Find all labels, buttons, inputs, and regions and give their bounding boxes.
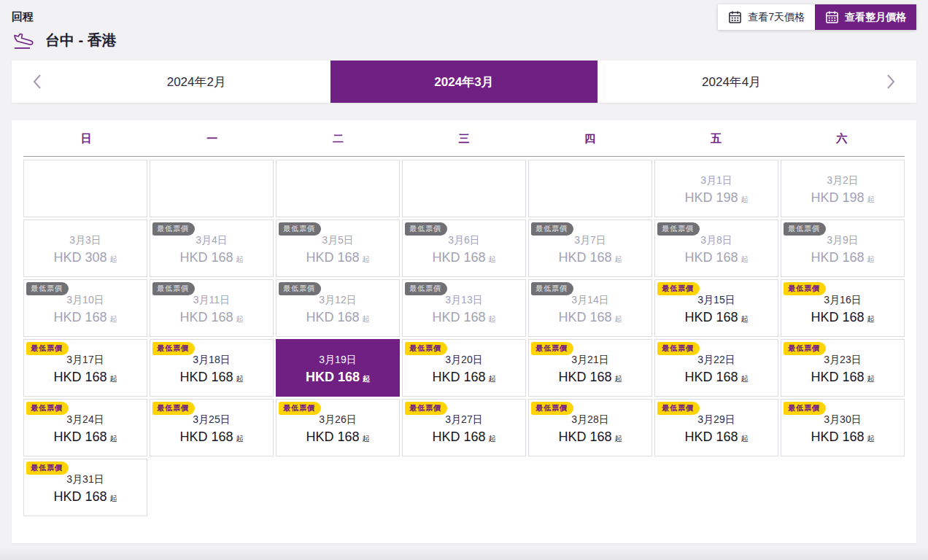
lowest-fare-badge: 最低票價: [405, 222, 447, 236]
price-suffix: 起: [615, 435, 622, 443]
tab-month-current[interactable]: 2024年3月: [330, 61, 598, 103]
price-suffix: 起: [867, 315, 875, 323]
day-price: HKD 168起: [811, 428, 874, 448]
day-date: 3月5日: [322, 233, 354, 247]
calendar-empty-cell: [23, 160, 147, 217]
calendar-day-cell[interactable]: 最低票價3月29日HKD 168起: [654, 399, 778, 456]
calendar-blank: [402, 459, 526, 516]
weekday-header: 日一二三四五六: [23, 132, 905, 157]
route-row: 台中 - 香港: [12, 31, 916, 50]
calendar-blank: [781, 459, 905, 516]
day-date: 3月17日: [66, 352, 104, 367]
lowest-fare-badge: 最低票價: [405, 342, 447, 355]
lowest-fare-badge: 最低票價: [26, 282, 69, 295]
calendar-day-cell[interactable]: 最低票價3月15日HKD 168起: [654, 279, 778, 337]
prev-month-chevron[interactable]: [12, 61, 63, 103]
day-price: HKD 168起: [53, 308, 117, 328]
calendar-empty-cell: [276, 160, 400, 217]
calendar-day-cell[interactable]: 最低票價3月28日HKD 168起: [528, 399, 652, 456]
day-date: 3月21日: [571, 352, 608, 367]
day-date: 3月26日: [319, 412, 356, 427]
calendar-day-cell[interactable]: 最低票價3月17日HKD 168起: [23, 339, 147, 397]
calendar-day-cell[interactable]: 最低票價3月30日HKD 168起: [781, 399, 905, 456]
calendar-day-cell[interactable]: 最低票價3月20日HKD 168起: [402, 339, 526, 397]
calendar-day-cell[interactable]: 最低票價3月24日HKD 168起: [23, 399, 147, 456]
day-price: HKD 168起: [684, 249, 748, 268]
price-suffix: 起: [110, 315, 117, 323]
calendar-day-cell: 最低票價3月6日HKD 168起: [402, 219, 526, 277]
price-suffix: 起: [867, 435, 875, 443]
page-header: 回程 台中 - 香港 查看7天價格: [0, 0, 928, 50]
calendar-day-cell[interactable]: 最低票價3月23日HKD 168起: [781, 339, 905, 397]
calendar-day-cell: 3月2日HKD 198起: [781, 160, 905, 217]
day-date: 3月30日: [824, 412, 861, 427]
lowest-fare-badge: 最低票價: [657, 402, 700, 415]
price-suffix: 起: [363, 255, 370, 263]
calendar-grid: 3月1日HKD 198起3月2日HKD 198起3月3日HKD 308起最低票價…: [23, 160, 905, 516]
price-suffix: 起: [489, 435, 496, 443]
weekday-label-2: 二: [275, 132, 401, 146]
day-date: 3月24日: [66, 412, 104, 427]
day-date: 3月31日: [66, 472, 104, 486]
lowest-fare-badge: 最低票價: [152, 222, 195, 236]
day-date: 3月15日: [697, 292, 735, 307]
day-price: HKD 168起: [432, 308, 495, 328]
calendar-blank: [528, 459, 652, 516]
calendar-day-cell: 最低票價3月4日HKD 168起: [150, 219, 274, 277]
day-price: HKD 168起: [684, 308, 748, 328]
price-suffix: 起: [489, 375, 496, 383]
fare-calendar: 日一二三四五六 3月1日HKD 198起3月2日HKD 198起3月3日HKD …: [12, 120, 916, 543]
calendar-blank: [276, 459, 400, 516]
day-price: HKD 168起: [684, 428, 748, 448]
lowest-fare-badge: 最低票價: [784, 402, 826, 415]
day-price: HKD 168起: [432, 249, 495, 268]
day-date: 3月3日: [69, 233, 101, 247]
day-price: HKD 168起: [558, 368, 622, 388]
day-date: 3月23日: [824, 352, 861, 367]
calendar-day-cell[interactable]: 最低票價3月18日HKD 168起: [150, 339, 274, 397]
calendar-day-cell[interactable]: 最低票價3月21日HKD 168起: [528, 339, 652, 397]
calendar-day-cell[interactable]: 最低票價3月31日HKD 168起: [23, 459, 147, 516]
calendar-day-cell[interactable]: 最低票價3月27日HKD 168起: [402, 399, 526, 456]
tab-month-prev[interactable]: 2024年2月: [63, 61, 330, 103]
price-suffix: 起: [741, 435, 749, 443]
calendar-day-cell[interactable]: 3月19日HKD 168起: [276, 339, 400, 397]
next-month-chevron[interactable]: [865, 61, 916, 103]
day-price: HKD 168起: [179, 308, 243, 328]
lowest-fare-badge: 最低票價: [531, 282, 573, 295]
day-date: 3月2日: [827, 173, 859, 187]
day-date: 3月20日: [445, 352, 482, 367]
calendar-day-cell[interactable]: 最低票價3月26日HKD 168起: [276, 399, 400, 456]
day-date: 3月29日: [697, 412, 735, 427]
month-selector: 2024年2月 2024年3月 2024年4月: [12, 61, 916, 103]
day-date: 3月18日: [193, 352, 230, 367]
day-price: HKD 168起: [432, 368, 495, 388]
view-7day-button[interactable]: 查看7天價格: [718, 4, 815, 30]
calendar-day-cell[interactable]: 最低票價3月25日HKD 168起: [150, 399, 274, 456]
calendar-day-cell: 最低票價3月7日HKD 168起: [528, 219, 652, 277]
price-suffix: 起: [110, 255, 117, 263]
day-price: HKD 168起: [53, 428, 117, 448]
day-date: 3月7日: [574, 233, 606, 247]
view-month-button[interactable]: 查看整月價格: [815, 4, 916, 30]
price-suffix: 起: [489, 255, 496, 263]
day-date: 3月19日: [319, 352, 356, 367]
tab-month-next[interactable]: 2024年4月: [598, 61, 865, 103]
day-date: 3月8日: [700, 233, 732, 247]
day-price: HKD 168起: [306, 249, 369, 268]
price-suffix: 起: [363, 315, 370, 323]
day-date: 3月11日: [193, 292, 230, 307]
calendar-day-cell: 最低票價3月9日HKD 168起: [781, 219, 905, 277]
price-suffix: 起: [741, 255, 749, 263]
calendar-empty-cell: [528, 160, 652, 217]
calendar-day-cell: 最低票價3月11日HKD 168起: [150, 279, 274, 337]
route-name: 台中 - 香港: [45, 31, 117, 50]
calendar-day-cell[interactable]: 最低票價3月22日HKD 168起: [654, 339, 778, 397]
calendar-day-cell[interactable]: 最低票價3月16日HKD 168起: [781, 279, 905, 337]
calendar-day-cell: 最低票價3月13日HKD 168起: [402, 279, 526, 337]
day-price: HKD 168起: [179, 428, 243, 448]
lowest-fare-badge: 最低票價: [531, 342, 573, 355]
day-price: HKD 168起: [558, 428, 622, 448]
price-suffix: 起: [615, 255, 622, 263]
lowest-fare-badge: 最低票價: [784, 282, 826, 295]
